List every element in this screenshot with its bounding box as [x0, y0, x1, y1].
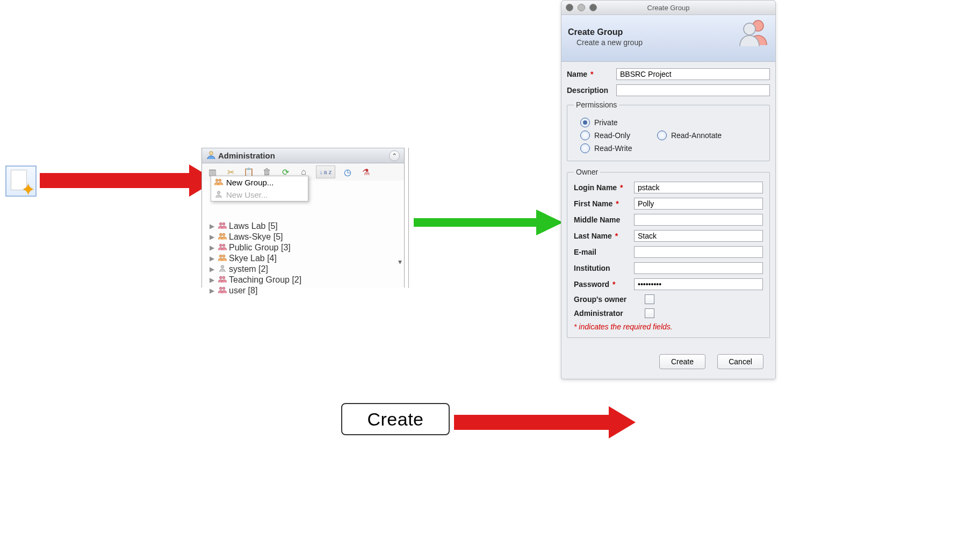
field-email: E-mail [574, 246, 763, 258]
tree-row[interactable]: ▶ Laws-Skye [5] [205, 232, 401, 243]
svg-point-21 [744, 23, 755, 35]
svg-point-15 [222, 276, 225, 279]
perm-read-write[interactable]: Read-Write [580, 143, 632, 153]
tree-label: Laws-Skye [5] [229, 232, 283, 242]
expand-icon[interactable]: ▶ [210, 255, 216, 262]
perm-read-annotate[interactable]: Read-Annotate [657, 131, 722, 140]
group-icon [218, 275, 227, 285]
create-group-dialog: Create Group Create Group Create a new g… [561, 0, 776, 379]
expand-icon[interactable]: ▶ [210, 276, 216, 284]
clock-icon[interactable]: ◷ [342, 166, 354, 178]
email-label: E-mail [574, 248, 634, 256]
field-description: Description [567, 84, 770, 96]
tree-row[interactable]: ▶ Teaching Group [2] [205, 275, 401, 286]
owner-legend: Owner [574, 168, 600, 176]
minimize-window-icon[interactable] [578, 4, 585, 11]
permissions-fieldset: Permissions Private Read-Only Read-Annot… [567, 100, 770, 161]
tree-row[interactable]: ▶ user [8] [205, 286, 401, 297]
svg-point-7 [219, 233, 222, 236]
perm-label: Read-Annotate [671, 131, 722, 140]
svg-point-8 [222, 233, 225, 236]
middle-name-input[interactable] [634, 214, 763, 226]
svg-point-16 [219, 287, 222, 290]
group-icon [218, 254, 227, 263]
new-menu-dropdown: New Group... New User... [211, 176, 308, 201]
svg-point-11 [219, 255, 222, 257]
password-input[interactable] [634, 278, 763, 290]
window-controls[interactable] [566, 4, 597, 11]
perm-label: Read-Only [594, 131, 630, 140]
form-area: Name * Description Permissions Private R… [561, 62, 775, 347]
sort-az-button[interactable]: ↓a z [316, 165, 335, 178]
first-name-input[interactable] [634, 198, 763, 210]
field-group-owner: Group's owner [574, 294, 763, 304]
expand-icon[interactable]: ▶ [210, 265, 216, 273]
tree-label: user [8] [229, 286, 257, 296]
radio-icon [580, 118, 590, 127]
svg-marker-0 [40, 164, 216, 197]
field-last-name: Last Name * [574, 230, 763, 242]
group-icon [218, 221, 227, 231]
field-institution: Institution [574, 262, 763, 274]
collapse-button[interactable]: ⌃ [389, 150, 400, 161]
zoom-window-icon[interactable] [589, 4, 597, 11]
red-arrow-2 [454, 403, 637, 441]
dialog-header: Create Group Create a new group [561, 15, 775, 62]
administrator-checkbox[interactable] [645, 308, 654, 318]
expand-icon[interactable]: ▶ [210, 233, 216, 241]
dialog-subtitle: Create a new group [577, 38, 643, 47]
svg-point-10 [222, 244, 225, 247]
tree-row[interactable]: ▶ system [2] [205, 264, 401, 275]
group-icon [218, 243, 227, 253]
login-input[interactable] [634, 182, 763, 193]
svg-point-4 [217, 191, 220, 194]
svg-point-3 [219, 179, 221, 182]
tree-label: Public Group [3] [229, 243, 291, 253]
admin-title: Administration [216, 151, 389, 160]
perm-read-only[interactable]: Read-Only [580, 131, 630, 140]
tree-label: Skye Lab [4] [229, 254, 277, 263]
svg-point-13 [221, 265, 224, 268]
menu-new-group[interactable]: New Group... [211, 176, 308, 189]
svg-point-17 [222, 287, 225, 290]
svg-marker-19 [454, 406, 636, 438]
red-arrow-1 [40, 161, 217, 204]
email-input[interactable] [634, 246, 763, 258]
login-label: Login Name * [574, 183, 634, 192]
cancel-button[interactable]: Cancel [717, 354, 763, 369]
administrator-label: Administrator [574, 309, 644, 318]
tree-row[interactable]: ▶ Public Group [3] [205, 243, 401, 254]
last-name-input[interactable] [634, 230, 763, 242]
beaker-icon[interactable]: ⚗ [360, 166, 372, 178]
tree-label: system [2] [229, 264, 268, 274]
first-name-label: First Name * [574, 199, 634, 208]
new-item-button[interactable]: ✦ [5, 165, 37, 197]
institution-label: Institution [574, 264, 634, 272]
name-input[interactable] [616, 68, 770, 80]
tree-label: Teaching Group [2] [229, 275, 301, 285]
expand-icon[interactable]: ▶ [210, 222, 216, 230]
description-input[interactable] [616, 84, 770, 96]
group-icon [218, 232, 227, 242]
create-callout: Create [341, 403, 450, 435]
group-owner-checkbox[interactable] [645, 294, 654, 304]
institution-input[interactable] [634, 262, 763, 274]
group-owner-label: Group's owner [574, 295, 644, 304]
create-button[interactable]: Create [659, 354, 705, 369]
person-icon [214, 190, 223, 199]
people-large-icon [739, 18, 770, 48]
close-window-icon[interactable] [566, 4, 573, 11]
svg-point-9 [219, 244, 222, 247]
dialog-title: Create Group [568, 27, 643, 37]
admin-icon [206, 150, 216, 161]
tree-row[interactable]: ▶ Laws Lab [5] [205, 221, 401, 232]
green-arrow [414, 204, 564, 242]
menu-new-group-label: New Group... [226, 178, 273, 187]
field-login: Login Name * [574, 182, 763, 193]
svg-point-5 [219, 222, 222, 225]
expand-icon[interactable]: ▶ [210, 287, 216, 294]
expand-icon[interactable]: ▶ [210, 244, 216, 251]
description-label: Description [567, 86, 616, 95]
tree-row[interactable]: ▶ Skye Lab [4] [205, 254, 401, 264]
perm-private[interactable]: Private [580, 118, 618, 127]
